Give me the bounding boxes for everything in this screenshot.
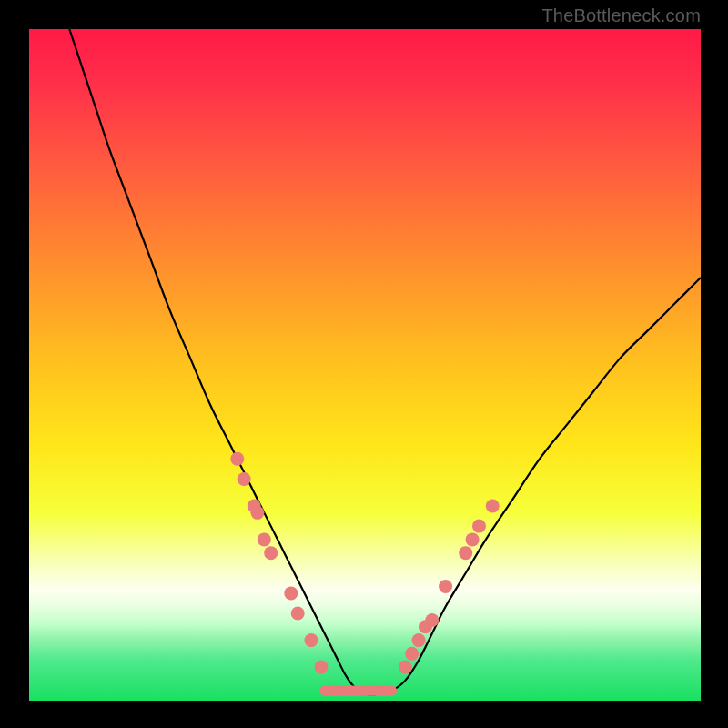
data-dot	[425, 613, 439, 627]
chart-frame: TheBottleneck.com	[0, 0, 728, 728]
data-dot	[486, 499, 500, 512]
data-dot	[304, 633, 318, 647]
data-dot	[439, 580, 452, 593]
data-dot	[459, 546, 472, 560]
data-dots	[230, 452, 499, 674]
data-dot	[284, 586, 298, 600]
plot-area	[29, 29, 701, 701]
data-dot	[472, 520, 486, 533]
data-dot	[238, 472, 251, 486]
data-dot	[405, 647, 419, 661]
data-dot	[399, 661, 412, 674]
data-dot	[291, 607, 305, 621]
data-dot	[230, 452, 244, 466]
data-dot	[258, 532, 271, 546]
data-dot	[412, 633, 426, 647]
data-dot	[264, 546, 278, 560]
data-dot	[250, 506, 264, 520]
watermark-text: TheBottleneck.com	[541, 5, 701, 26]
bottleneck-curve	[69, 29, 701, 694]
data-dot	[466, 532, 480, 546]
curve-layer	[29, 29, 701, 701]
data-dot	[315, 661, 329, 674]
